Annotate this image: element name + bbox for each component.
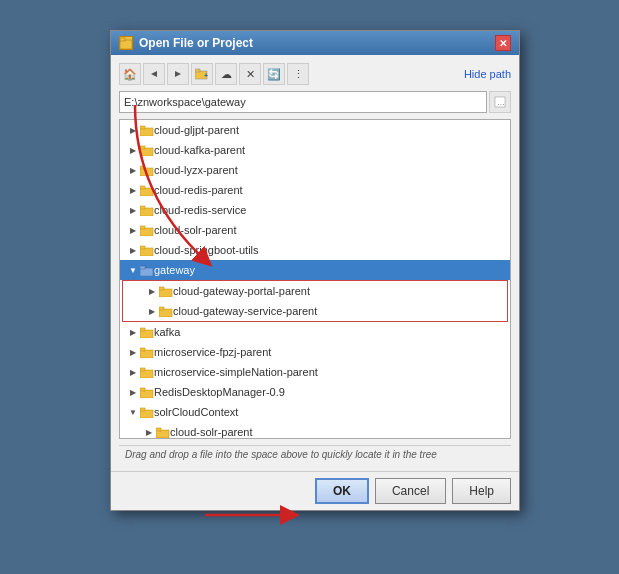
open-file-dialog: Open File or Project ✕ 🏠 + xyxy=(110,30,520,511)
item-label: cloud-solr-parent xyxy=(154,224,237,236)
svg-text:+: + xyxy=(204,72,208,79)
tree-item-cloud-solr-parent[interactable]: ▶ cloud-solr-parent xyxy=(120,220,510,240)
folder-icon xyxy=(140,245,154,256)
tree-item-cloud-kafka-parent[interactable]: ▶ cloud-kafka-parent xyxy=(120,140,510,160)
dialog-body: 🏠 + ☁ ✕ 🔄 ⋮ Hide xyxy=(111,55,519,471)
item-label: microservice-simpleNation-parent xyxy=(154,366,318,378)
folder-icon xyxy=(159,306,173,317)
tree-item-gateway[interactable]: ▼ gateway xyxy=(120,260,510,280)
cancel-button[interactable]: Cancel xyxy=(375,478,446,504)
svg-rect-3 xyxy=(120,38,125,41)
status-text: Drag and drop a file into the space abov… xyxy=(125,449,437,460)
svg-marker-5 xyxy=(175,71,181,77)
svg-rect-16 xyxy=(140,166,145,169)
path-browse-button[interactable]: … xyxy=(489,91,511,113)
folder-icon xyxy=(140,225,154,236)
dialog-titlebar: Open File or Project ✕ xyxy=(111,31,519,55)
tree-item-cloud-springboot-utils[interactable]: ▶ cloud-springboot-utils xyxy=(120,240,510,260)
help-button[interactable]: Help xyxy=(452,478,511,504)
folder-icon xyxy=(140,347,154,358)
expand-arrow: ▶ xyxy=(147,286,157,296)
folder-icon xyxy=(140,205,154,216)
expand-arrow: ▶ xyxy=(128,327,138,337)
refresh-button[interactable]: 🔄 xyxy=(263,63,285,85)
tree-item-cloud-redis-parent[interactable]: ▶ cloud-redis-parent xyxy=(120,180,510,200)
ok-button[interactable]: OK xyxy=(315,478,369,504)
svg-rect-42 xyxy=(156,428,161,431)
tree-item-cloud-redis-service[interactable]: ▶ cloud-redis-service xyxy=(120,200,510,220)
tree-item-microservice-simpleNation-parent[interactable]: ▶ microservice-simpleNation-parent xyxy=(120,362,510,382)
tree-item-cloud-solr-parent-child[interactable]: ▶ cloud-solr-parent xyxy=(120,422,510,439)
svg-text:…: … xyxy=(497,98,505,107)
expand-arrow: ▶ xyxy=(128,387,138,397)
expand-arrow: ▶ xyxy=(144,427,154,437)
svg-rect-30 xyxy=(159,307,164,310)
svg-rect-40 xyxy=(140,408,145,411)
home-button[interactable]: 🏠 xyxy=(119,63,141,85)
svg-rect-32 xyxy=(140,328,145,331)
item-label: solrCloudContext xyxy=(154,406,238,418)
delete-button[interactable]: ✕ xyxy=(239,63,261,85)
svg-rect-12 xyxy=(140,126,145,129)
tree-item-microservice-fpzj-parent[interactable]: ▶ microservice-fpzj-parent xyxy=(120,342,510,362)
dialog-title: Open File or Project xyxy=(139,36,253,50)
tree-item-cloud-lyzx-parent[interactable]: ▶ cloud-lyzx-parent xyxy=(120,160,510,180)
dialog-close-button[interactable]: ✕ xyxy=(495,35,511,51)
svg-rect-18 xyxy=(140,186,145,189)
tree-item-cloud-gateway-service-parent[interactable]: ▶ cloud-gateway-service-parent xyxy=(123,301,507,321)
svg-rect-14 xyxy=(140,146,145,149)
item-label: cloud-redis-service xyxy=(154,204,246,216)
dialog-title-left: Open File or Project xyxy=(119,36,253,50)
tree-item-solrCloudContext[interactable]: ▼ solrCloudContext xyxy=(120,402,510,422)
folder-icon xyxy=(140,265,154,276)
folder-icon xyxy=(140,165,154,176)
tree-item-redis-desktop-manager[interactable]: ▶ RedisDesktopManager-0.9 xyxy=(120,382,510,402)
expand-arrow: ▶ xyxy=(128,125,138,135)
expand-arrow: ▼ xyxy=(128,407,138,417)
menu-button[interactable]: ⋮ xyxy=(287,63,309,85)
expand-arrow: ▶ xyxy=(128,165,138,175)
svg-rect-22 xyxy=(140,226,145,229)
svg-rect-34 xyxy=(140,348,145,351)
tree-item-kafka[interactable]: ▶ kafka xyxy=(120,322,510,342)
folder-icon xyxy=(140,125,154,136)
item-label: RedisDesktopManager-0.9 xyxy=(154,386,285,398)
svg-rect-26 xyxy=(140,266,145,269)
file-tree[interactable]: ▶ cloud-gljpt-parent ▶ cloud-kafka-paren… xyxy=(119,119,511,439)
folder-icon xyxy=(140,407,154,418)
folder-icon xyxy=(140,367,154,378)
item-label: cloud-gljpt-parent xyxy=(154,124,239,136)
path-input[interactable] xyxy=(119,91,487,113)
item-label: cloud-kafka-parent xyxy=(154,144,245,156)
expand-arrow: ▶ xyxy=(147,306,157,316)
expand-arrow: ▼ xyxy=(128,265,138,275)
svg-rect-20 xyxy=(140,206,145,209)
path-input-row: … xyxy=(119,91,511,113)
folder-icon xyxy=(140,327,154,338)
status-bar: Drag and drop a file into the space abov… xyxy=(119,445,511,463)
forward-button[interactable] xyxy=(167,63,189,85)
toolbar-left: 🏠 + ☁ ✕ 🔄 ⋮ xyxy=(119,63,309,85)
back-button[interactable] xyxy=(143,63,165,85)
gateway-children-box: ▶ cloud-gateway-portal-parent ▶ cloud-ga… xyxy=(122,280,508,322)
upload-button[interactable]: ☁ xyxy=(215,63,237,85)
svg-rect-7 xyxy=(195,69,200,72)
expand-arrow: ▶ xyxy=(128,145,138,155)
item-label: cloud-solr-parent xyxy=(170,426,253,438)
svg-rect-28 xyxy=(159,287,164,290)
item-label: cloud-gateway-portal-parent xyxy=(173,285,310,297)
item-label: cloud-redis-parent xyxy=(154,184,243,196)
svg-rect-38 xyxy=(140,388,145,391)
svg-marker-4 xyxy=(151,71,157,77)
expand-arrow: ▶ xyxy=(128,225,138,235)
tree-item-cloud-gljpt-parent[interactable]: ▶ cloud-gljpt-parent xyxy=(120,120,510,140)
svg-rect-2 xyxy=(120,40,132,49)
item-label: microservice-fpzj-parent xyxy=(154,346,271,358)
tree-item-cloud-gateway-portal-parent[interactable]: ▶ cloud-gateway-portal-parent xyxy=(123,281,507,301)
hide-path-link[interactable]: Hide path xyxy=(464,68,511,80)
item-label: cloud-lyzx-parent xyxy=(154,164,238,176)
item-label: gateway xyxy=(154,264,195,276)
new-folder-button[interactable]: + xyxy=(191,63,213,85)
expand-arrow: ▶ xyxy=(128,185,138,195)
expand-arrow: ▶ xyxy=(128,205,138,215)
